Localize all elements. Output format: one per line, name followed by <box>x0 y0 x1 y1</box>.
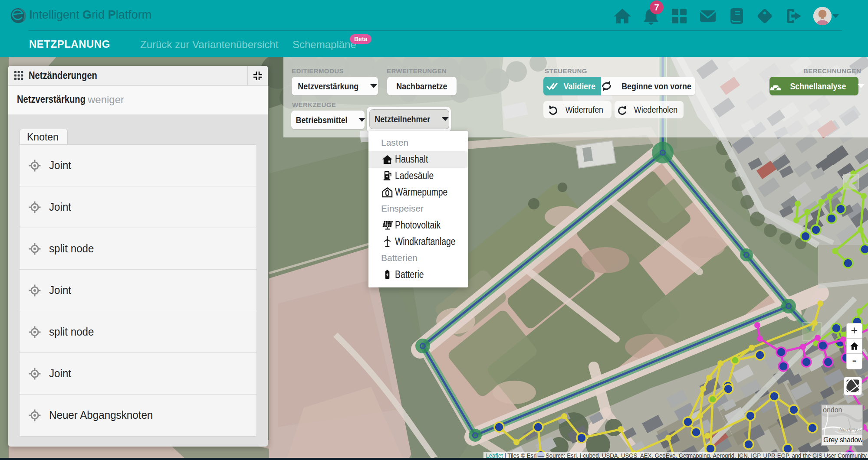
svg-text:7: 7 <box>654 3 659 12</box>
svg-text:Nord-Pas-: Nord-Pas- <box>839 427 861 432</box>
svg-text:ondon: ondon <box>823 406 842 414</box>
